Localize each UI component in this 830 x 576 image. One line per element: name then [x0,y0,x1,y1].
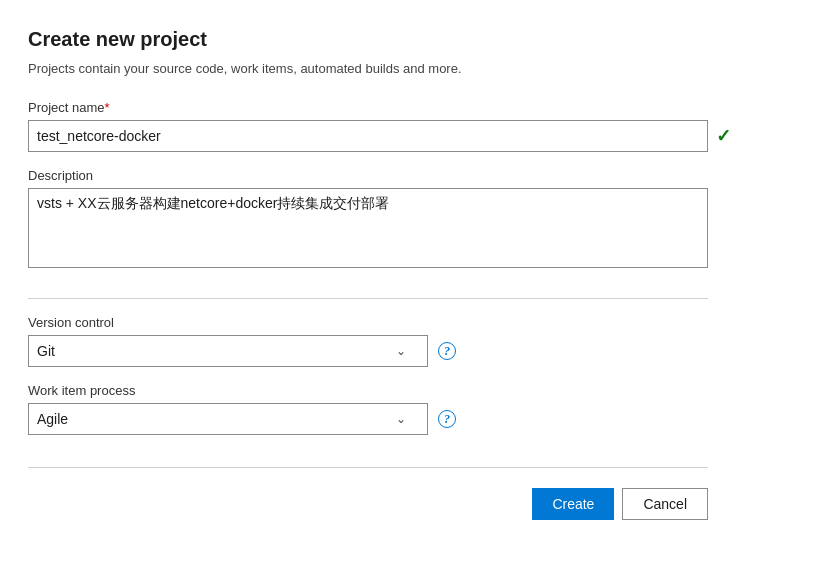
description-label: Description [28,168,802,183]
valid-check-icon: ✓ [716,125,731,147]
version-control-group: Version control Git Team Foundation Vers… [28,315,802,367]
description-group: Description vsts + XX云服务器构建netcore+docke… [28,168,802,272]
button-row: Create Cancel [28,488,708,520]
required-indicator: * [105,100,110,115]
cancel-button[interactable]: Cancel [622,488,708,520]
dialog-subtitle: Projects contain your source code, work … [28,61,802,76]
work-item-select-wrapper: Agile Scrum CMMI ⌄ ? [28,403,802,435]
project-name-group: Project name* ✓ [28,100,802,152]
page-title: Create new project [28,28,802,51]
divider-2 [28,467,708,468]
work-item-help-icon[interactable]: ? [438,410,456,428]
create-button[interactable]: Create [532,488,614,520]
version-control-help-icon[interactable]: ? [438,342,456,360]
project-name-input[interactable] [28,120,708,152]
version-control-select-wrapper: Git Team Foundation Version Control ⌄ ? [28,335,802,367]
version-control-select[interactable]: Git Team Foundation Version Control [28,335,428,367]
divider-1 [28,298,708,299]
description-input[interactable]: vsts + XX云服务器构建netcore+docker持续集成交付部署 [28,188,708,268]
project-name-input-wrapper: ✓ [28,120,802,152]
create-project-dialog: Create new project Projects contain your… [0,0,830,576]
work-item-select[interactable]: Agile Scrum CMMI [28,403,428,435]
version-control-label: Version control [28,315,802,330]
work-item-label: Work item process [28,383,802,398]
project-name-label: Project name* [28,100,802,115]
work-item-group: Work item process Agile Scrum CMMI ⌄ ? [28,383,802,435]
